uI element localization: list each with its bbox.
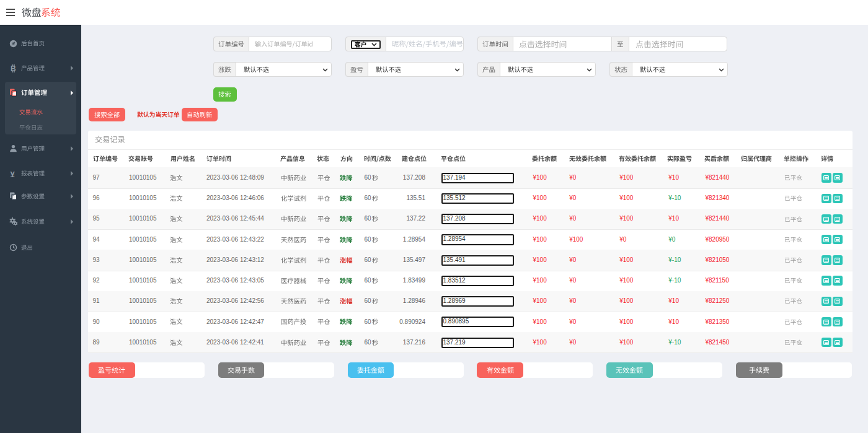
svg-text:¥: ¥ (11, 170, 16, 178)
svg-text:B: B (11, 64, 16, 72)
